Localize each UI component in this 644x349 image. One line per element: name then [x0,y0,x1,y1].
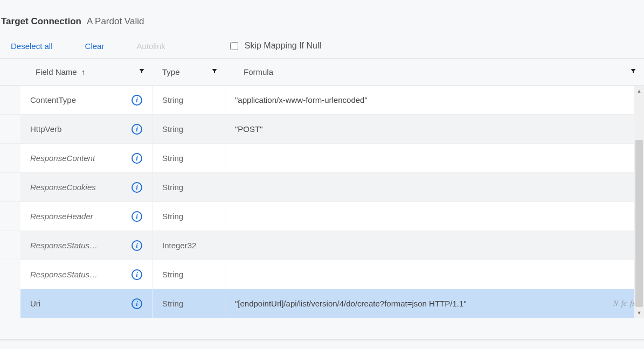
info-icon[interactable]: i [131,269,142,280]
table-row[interactable]: ResponseStatus…iString [0,260,644,289]
table-row[interactable]: ContentTypeiString"application/x-www-for… [0,86,644,115]
filter-icon[interactable] [139,68,145,76]
formula-cell[interactable] [225,202,644,231]
type-cell: String [153,260,225,289]
target-connection-label: Target Connection [1,16,81,27]
formula-cell[interactable] [225,231,644,260]
field-name-cell[interactable]: ResponseCookiesi [20,173,153,201]
field-name-cell[interactable]: ContentTypei [20,86,153,114]
column-header-field-name[interactable]: Field Name [36,67,77,76]
info-icon[interactable]: i [131,240,142,251]
column-header-formula[interactable]: Formula [244,67,273,76]
autolink-link: Autolink [136,41,165,51]
type-cell: String [153,115,225,143]
info-icon[interactable]: i [131,124,142,135]
row-handle[interactable] [0,86,20,114]
row-handle[interactable] [0,289,20,318]
info-icon[interactable]: i [131,211,142,222]
filter-icon[interactable] [630,68,636,76]
formula-cell[interactable] [225,173,644,201]
scroll-thumb[interactable] [635,140,643,307]
field-name-text: ResponseStatus… [30,241,98,250]
table-row[interactable]: ResponseCookiesiString [0,173,644,202]
field-name-text: ResponseCookies [30,183,96,192]
table-row[interactable]: ResponseContentiString [0,144,644,173]
field-name-text: ContentType [30,95,76,104]
vertical-scrollbar[interactable]: ▲ ▼ [634,86,644,318]
type-cell: String [153,173,225,201]
table-header: Field Name ↑ Type Formula [0,59,644,86]
skip-mapping-wrapper[interactable]: Skip Mapping If Null [230,41,321,51]
field-name-cell[interactable]: Urii [20,289,153,318]
type-cell: String [153,202,225,231]
type-cell: String [153,289,225,318]
field-name-text: ResponseStatus… [30,270,98,279]
formula-text: "POST" [235,124,263,134]
clear-link[interactable]: Clear [85,41,105,51]
row-handle[interactable] [0,231,20,260]
field-name-cell[interactable]: ResponseStatus…i [20,260,153,289]
footer-divider [0,339,644,341]
field-name-text: Uri [30,299,40,308]
filter-icon[interactable] [211,68,218,76]
fc-icon[interactable]: fc [621,299,627,308]
formula-text: "application/x-www-form-urlencoded" [235,95,368,104]
type-cell: String [153,86,225,114]
formula-cell[interactable] [225,144,644,172]
table-row[interactable]: ResponseHeaderiString [0,202,644,231]
formula-cell[interactable]: "POST" [225,115,644,143]
row-handle[interactable] [0,173,20,201]
target-connection-value: A Pardot Valid [87,16,144,27]
skip-mapping-label: Skip Mapping If Null [245,41,321,51]
formula-tool-icons: Nfcfx [613,299,635,308]
type-cell: String [153,144,225,172]
column-header-type[interactable]: Type [162,67,180,76]
table-row[interactable]: ResponseStatus…iInteger32 [0,231,644,260]
info-icon[interactable]: i [131,298,142,309]
scroll-down-icon[interactable]: ▼ [634,308,644,318]
field-name-cell[interactable]: HttpVerbi [20,115,153,143]
row-handle[interactable] [0,202,20,231]
scroll-up-icon[interactable]: ▲ [634,86,644,96]
info-icon[interactable]: i [131,153,142,164]
n-icon[interactable]: N [613,299,618,308]
field-name-cell[interactable]: ResponseStatus…i [20,231,153,260]
formula-cell[interactable]: "application/x-www-form-urlencoded" [225,86,644,114]
field-name-text: HttpVerb [30,124,61,134]
mapping-table: Field Name ↑ Type Formula ContentTypeiSt… [0,58,644,318]
info-icon[interactable]: i [131,95,142,106]
field-name-cell[interactable]: ResponseHeaderi [20,202,153,231]
skip-mapping-checkbox[interactable] [230,42,238,50]
row-handle[interactable] [0,115,20,143]
field-name-cell[interactable]: ResponseContenti [20,144,153,172]
field-name-text: ResponseContent [30,153,95,163]
formula-text: "[endpointUrl]/api/list/version/4/do/cre… [235,299,467,308]
deselect-all-link[interactable]: Deselect all [11,41,53,51]
formula-cell[interactable]: "[endpointUrl]/api/list/version/4/do/cre… [225,289,644,318]
info-icon[interactable]: i [131,182,142,193]
sort-asc-icon[interactable]: ↑ [81,68,86,76]
type-cell: Integer32 [153,231,225,260]
row-handle[interactable] [0,260,20,289]
table-row[interactable]: HttpVerbiString"POST" [0,115,644,144]
row-handle[interactable] [0,144,20,172]
table-row[interactable]: UriiString"[endpointUrl]/api/list/versio… [0,289,644,318]
field-name-text: ResponseHeader [30,212,93,221]
formula-cell[interactable] [225,260,644,289]
